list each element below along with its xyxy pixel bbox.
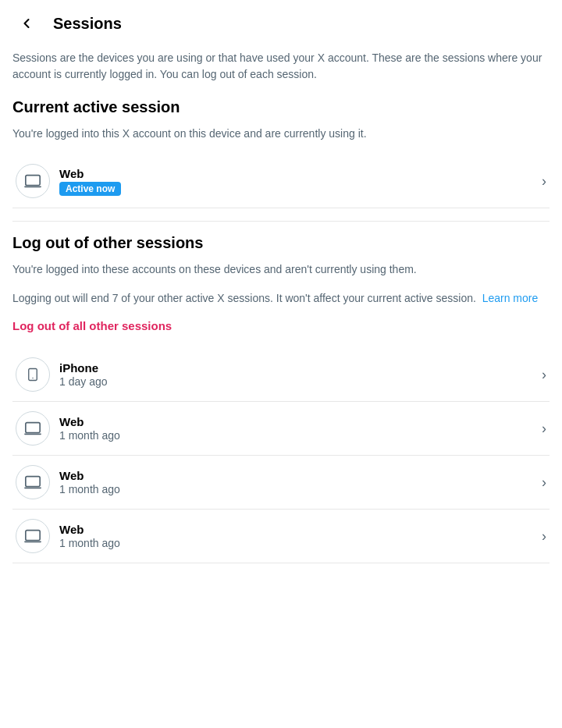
web1-icon-wrap — [16, 411, 50, 446]
iphone-icon-wrap — [16, 357, 50, 392]
other-sessions-section: Log out of other sessions You're logged … — [12, 234, 550, 563]
phone-icon — [26, 366, 40, 383]
web3-session-chevron-icon: › — [542, 528, 546, 545]
current-session-info: Web Active now — [59, 167, 535, 196]
web2-session-name: Web — [59, 469, 535, 482]
web1-session-chevron-icon: › — [542, 421, 546, 437]
learn-more-link[interactable]: Learn more — [482, 292, 539, 304]
back-button[interactable] — [12, 9, 41, 37]
current-session-item[interactable]: Web Active now › — [12, 154, 550, 208]
current-session-chevron-icon: › — [542, 173, 546, 190]
laptop-icon-3 — [24, 474, 41, 491]
session-item-web-3[interactable]: Web 1 month ago › — [12, 510, 550, 563]
section-divider — [12, 221, 550, 222]
session-item-iphone[interactable]: iPhone 1 day ago › — [12, 348, 550, 402]
current-session-name: Web — [59, 167, 535, 180]
web3-icon-wrap — [16, 519, 50, 553]
web1-session-time: 1 month ago — [59, 429, 535, 442]
current-session-title: Current active session — [12, 98, 550, 116]
web1-session-info: Web 1 month ago — [59, 415, 535, 442]
laptop-icon-4 — [24, 527, 41, 545]
web2-icon-wrap — [16, 465, 50, 499]
page-title: Sessions — [53, 15, 122, 33]
iphone-session-chevron-icon: › — [542, 367, 546, 383]
warning-text: Logging out will end 7 of your other act… — [12, 290, 550, 307]
current-session-section: Current active session You're logged int… — [12, 98, 550, 208]
laptop-icon-2 — [24, 420, 41, 437]
session-item-web-1[interactable]: Web 1 month ago › — [12, 402, 550, 456]
header: Sessions — [0, 0, 562, 47]
svg-rect-4 — [26, 423, 40, 433]
other-sessions-title: Log out of other sessions — [12, 234, 550, 252]
active-now-badge: Active now — [59, 182, 121, 196]
iphone-session-time: 1 day ago — [59, 375, 535, 388]
iphone-session-name: iPhone — [59, 361, 535, 375]
other-sessions-subtitle: You're logged into these accounts on the… — [12, 261, 550, 278]
back-icon — [19, 16, 34, 31]
web1-session-name: Web — [59, 415, 535, 428]
logout-all-button[interactable]: Log out of all other sessions — [12, 319, 172, 332]
intro-description: Sessions are the devices you are using o… — [12, 50, 550, 83]
web2-session-chevron-icon: › — [542, 474, 546, 491]
web2-session-time: 1 month ago — [59, 483, 535, 495]
iphone-session-info: iPhone 1 day ago — [59, 361, 535, 388]
current-session-icon-wrap — [16, 164, 50, 198]
session-item-web-2[interactable]: Web 1 month ago › — [12, 456, 550, 510]
web3-session-time: 1 month ago — [59, 537, 535, 549]
current-session-subtitle: You're logged into this X account on thi… — [12, 126, 550, 142]
other-sessions-list: iPhone 1 day ago › Web 1 month ago › — [12, 348, 550, 563]
laptop-icon — [24, 172, 41, 190]
main-content: Sessions are the devices you are using o… — [0, 47, 562, 563]
web3-session-name: Web — [59, 523, 535, 536]
web2-session-info: Web 1 month ago — [59, 469, 535, 495]
svg-rect-6 — [26, 477, 40, 487]
svg-rect-2 — [29, 369, 37, 381]
web3-session-info: Web 1 month ago — [59, 523, 535, 549]
svg-rect-0 — [26, 176, 40, 186]
svg-rect-8 — [26, 531, 40, 541]
